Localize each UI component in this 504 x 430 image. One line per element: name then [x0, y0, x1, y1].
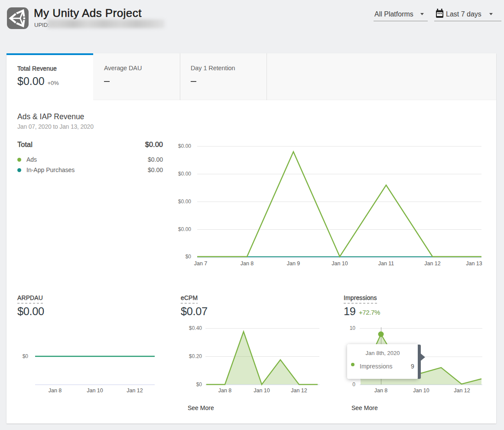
svg-text:Jan 12: Jan 12 [291, 388, 307, 394]
svg-text:$0: $0 [23, 353, 29, 359]
svg-text:Jan 12: Jan 12 [424, 261, 441, 267]
svg-text:Jan 12: Jan 12 [127, 388, 143, 394]
svg-text:Jan 9: Jan 9 [287, 261, 300, 267]
svg-text:Jan 10: Jan 10 [413, 388, 429, 394]
svg-text:0: 0 [352, 381, 355, 388]
svg-text:$0.40: $0.40 [189, 325, 202, 331]
svg-text:$0.00: $0.00 [178, 171, 191, 177]
svg-text:Jan 11: Jan 11 [378, 261, 394, 267]
svg-text:$0: $0 [196, 381, 202, 388]
svg-text:Jan 8: Jan 8 [374, 388, 388, 394]
svg-text:Jan 12: Jan 12 [454, 388, 470, 394]
svg-text:Jan 7: Jan 7 [194, 261, 208, 267]
svg-text:Jan 10: Jan 10 [254, 388, 270, 394]
svg-text:Jan 10: Jan 10 [332, 261, 348, 267]
svg-text:Jan 8: Jan 8 [49, 388, 62, 394]
svg-text:$0.00: $0.00 [178, 143, 191, 149]
svg-text:Jan 13: Jan 13 [466, 261, 482, 267]
svg-text:Jan 10: Jan 10 [87, 388, 103, 394]
svg-text:$0: $0 [185, 254, 192, 260]
svg-text:Jan 8: Jan 8 [241, 261, 254, 267]
svg-text:$0.00: $0.00 [178, 226, 191, 232]
svg-text:$0.20: $0.20 [189, 353, 202, 359]
svg-text:Jan 8: Jan 8 [218, 388, 232, 394]
svg-text:10: 10 [350, 325, 356, 331]
svg-text:$0.00: $0.00 [178, 199, 191, 205]
